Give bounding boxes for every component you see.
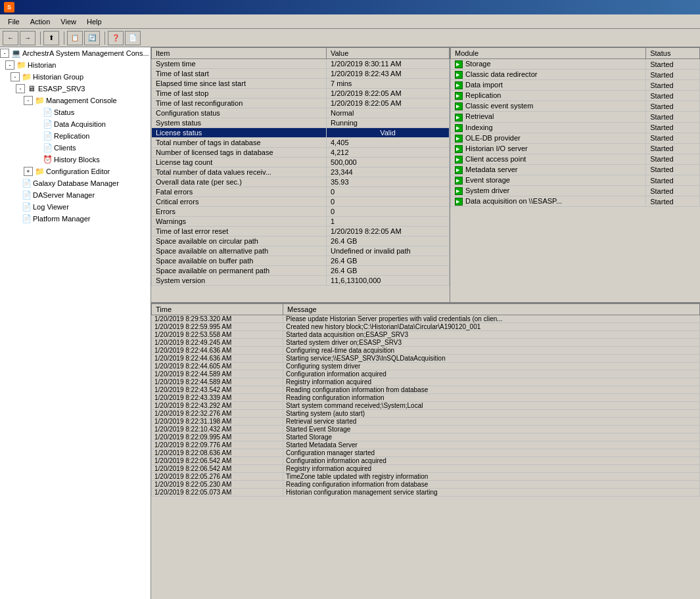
tree-item-logViewer[interactable]: 📄Log Viewer [0,201,151,213]
tree-item-esasp_srv3[interactable]: -🖥ESASP_SRV3 [0,83,151,95]
col-time: Time [152,304,283,315]
status-row[interactable]: Warnings1 [152,217,450,227]
status-row[interactable]: Errors0 [152,207,450,217]
tree-item-archestrA[interactable]: -💻ArchestrA System Management Cons... [0,47,151,59]
menu-item-help[interactable]: Help [82,16,107,27]
log-message: Configuring real-time data acquisition [283,347,700,355]
module-row[interactable]: RetrievalStarted [451,112,700,122]
tree-icon-platformMgr: 📄 [21,214,32,223]
status-value: 1/20/2019 8:22:43 AM [326,69,449,79]
tree-expand-historianGroup[interactable]: - [11,72,20,81]
tree-label-replication: Replication [54,132,89,140]
tree-expand-historian[interactable]: - [5,60,14,70]
module-row[interactable]: Event storageStarted [451,175,700,186]
module-row[interactable]: IndexingStarted [451,122,700,133]
status-row[interactable]: Time of last reconfiguration1/20/2019 8:… [152,99,450,108]
log-time: 1/20/2019 8:22:44.636 AM [152,355,283,363]
status-row[interactable]: Space available on buffer path26.4 GB [152,256,450,266]
status-row[interactable]: Configuration statusNormal [152,108,450,118]
help-button[interactable]: ❓ [108,31,124,45]
menu-item-view[interactable]: View [55,16,82,27]
col-message: Message [283,304,700,315]
status-row[interactable]: License tag count500,000 [152,158,450,167]
status-row[interactable]: Space available on circular path26.4 GB [152,236,450,246]
status-row[interactable]: Number of licensed tags in database4,212 [152,148,450,158]
back-button[interactable]: ← [3,31,18,45]
module-row[interactable]: Historian I/O serverStarted [451,143,700,154]
status-item: Warnings [152,217,327,227]
status-row[interactable]: Time of last start1/20/2019 8:22:43 AM [152,69,450,79]
toolbar-separator-3 [103,32,105,45]
tree-item-platformMgr[interactable]: 📄Platform Manager [0,213,151,225]
module-name: Metadata server [451,164,646,175]
status-row[interactable]: Total number of tags in database4,405 [152,138,450,148]
log-time: 1/20/2019 8:22:06.542 AM [152,457,283,465]
tree-item-historyBlocks[interactable]: ⏰History Blocks [0,154,151,166]
status-row[interactable]: Critical errors0 [152,197,450,207]
module-name: Data import [451,80,646,91]
status-row[interactable]: Elapsed time since last start7 mins [152,79,450,89]
tree-expand-configEditor[interactable]: + [24,167,33,176]
refresh-button[interactable]: 🔄 [84,31,100,45]
module-name: Replication [451,91,646,101]
tree-label-dataAcq: Data Acquisition [54,120,106,128]
status-value: 1/20/2019 8:22:05 AM [326,89,449,99]
status-row[interactable]: System time1/20/2019 8:30:11 AM [152,59,450,69]
log-message: Started Metadata Server [283,441,700,449]
module-row[interactable]: Classic data redirectorStarted [451,70,700,80]
status-row[interactable]: License statusValid [152,128,450,138]
status-row[interactable]: Time of last stop1/20/2019 8:22:05 AM [152,89,450,99]
tree-item-historianGroup[interactable]: -📁Historian Group [0,71,151,83]
tree-item-daServerMgr[interactable]: 📄DAServer Manager [0,189,151,201]
tree-item-historian[interactable]: -📁Historian [0,59,151,71]
up-button[interactable]: ⬆ [43,31,59,45]
menu-item-file[interactable]: File [3,16,25,27]
status-value: 23,344 [326,167,449,177]
status-row[interactable]: Space available on permanent path26.4 GB [152,266,450,276]
tree-item-dataAcq[interactable]: 📄Data Acquisition [0,118,151,130]
module-row[interactable]: Classic event systemStarted [451,101,700,112]
tree-label-platformMgr: Platform Manager [33,215,90,223]
tree-item-configEditor[interactable]: +📁Configuration Editor [0,166,151,177]
tree-item-clients[interactable]: 📄Clients [0,142,151,154]
tree-expand-mgmtConsole[interactable]: - [24,96,33,105]
tree-icon-clients: 📄 [42,143,53,152]
tree-item-replication[interactable]: 📄Replication [0,130,151,142]
status-item: Time of last start [152,69,327,79]
status-row[interactable]: System version11,6,13100,000 [152,276,450,286]
forward-button[interactable]: → [20,31,35,45]
log-time: 1/20/2019 8:22:05.230 AM [152,481,283,489]
module-row[interactable]: Client access pointStarted [451,154,700,164]
module-status: Started [646,154,700,164]
module-row[interactable]: Metadata serverStarted [451,164,700,175]
top-section: Item Value System time1/20/2019 8:30:11 … [151,47,700,303]
module-row[interactable]: StorageStarted [451,59,700,70]
tree-item-mgmtConsole[interactable]: -📁Management Console [0,95,151,106]
menu-item-action[interactable]: Action [25,16,56,27]
tree-expand-archestrA[interactable]: - [0,49,9,58]
tree-item-galaxyDbMgr[interactable]: 📄Galaxy Database Manager [0,177,151,189]
module-row[interactable]: Data importStarted [451,80,700,91]
status-row[interactable]: Time of last error reset1/20/2019 8:22:0… [152,227,450,236]
tree-label-historyBlocks: History Blocks [54,156,100,164]
status-row[interactable]: System statusRunning [152,118,450,128]
module-row[interactable]: System driverStarted [451,186,700,196]
module-row[interactable]: ReplicationStarted [451,91,700,101]
status-value: 4,212 [326,148,449,158]
log-time: 1/20/2019 8:22:59.995 AM [152,323,283,331]
status-item: Errors [152,207,327,217]
tree-item-status[interactable]: 📄Status [0,106,151,118]
status-row[interactable]: Fatal errors0 [152,187,450,197]
status-row[interactable]: Space available on alternative pathUndef… [152,246,450,256]
status-row[interactable]: Overall data rate (per sec.)35.93 [152,177,450,187]
tree-expand-esasp_srv3[interactable]: - [16,84,25,93]
module-status: Started [646,59,700,70]
module-row[interactable]: Data acquisition on \\ESASP...Started [451,196,700,207]
module-row[interactable]: OLE-DB providerStarted [451,133,700,143]
copy-button[interactable]: 📋 [67,31,83,45]
page-button[interactable]: 📄 [125,31,141,45]
log-row: 1/20/2019 8:22:09.995 AMStarted Storage [152,433,700,441]
log-time: 1/20/2019 8:22:06.542 AM [152,465,283,473]
tree-label-historianGroup: Historian Group [33,73,83,81]
status-row[interactable]: Total number of data values receiv...23,… [152,167,450,177]
